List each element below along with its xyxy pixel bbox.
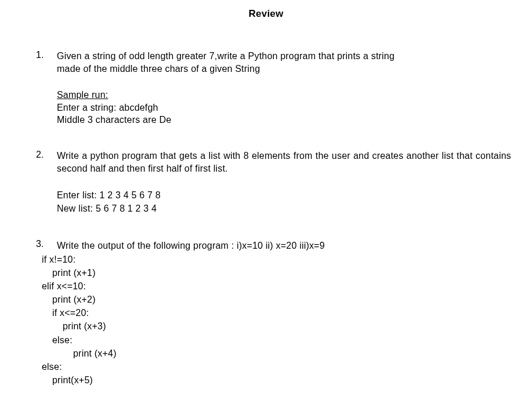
sample-output-line: Middle 3 characters are De — [57, 114, 511, 126]
question-1: 1. Given a string of odd length greater … — [31, 50, 511, 126]
question-3-number: 3. — [31, 239, 57, 253]
code-line: print(x+5) — [42, 373, 511, 387]
code-line: if x!=10: — [42, 253, 511, 266]
page-title: Review — [21, 8, 511, 20]
content: 1. Given a string of odd length greater … — [21, 50, 511, 387]
io-input-line: Enter list: 1 2 3 4 5 6 7 8 — [57, 188, 511, 202]
code-line: print (x+1) — [42, 266, 511, 279]
code-line: elif x<=10: — [42, 279, 511, 293]
question-2-number: 2. — [31, 150, 57, 216]
question-1-text: Given a string of odd length greater 7,w… — [57, 50, 511, 75]
question-2-text: Write a python program that gets a list … — [57, 150, 511, 175]
question-1-sample: Sample run: Enter a string: abcdefgh Mid… — [57, 89, 511, 126]
question-1-text-line2: made of the middle three chars of a give… — [57, 63, 511, 75]
code-line: else: — [42, 333, 511, 347]
question-3-text: Write the output of the following progra… — [57, 239, 511, 253]
question-1-number: 1. — [31, 50, 57, 126]
question-2: 2. Write a python program that gets a li… — [31, 150, 511, 216]
question-1-text-line1: Given a string of odd length greater 7,w… — [57, 50, 511, 63]
sample-run-label: Sample run: — [57, 89, 511, 101]
question-2-io: Enter list: 1 2 3 4 5 6 7 8 New list: 5 … — [57, 188, 511, 215]
code-line: print (x+2) — [42, 293, 511, 306]
code-line: print (x+3) — [42, 319, 511, 333]
code-line: print (x+4) — [42, 347, 511, 360]
question-3-code: if x!=10: print (x+1) elif x<=10: print … — [42, 253, 511, 387]
code-line: if x<=20: — [42, 306, 511, 319]
code-line: else: — [42, 360, 511, 373]
io-output-line: New list: 5 6 7 8 1 2 3 4 — [57, 202, 511, 215]
question-3: 3. Write the output of the following pro… — [31, 239, 511, 387]
sample-input-line: Enter a string: abcdefgh — [57, 101, 511, 114]
